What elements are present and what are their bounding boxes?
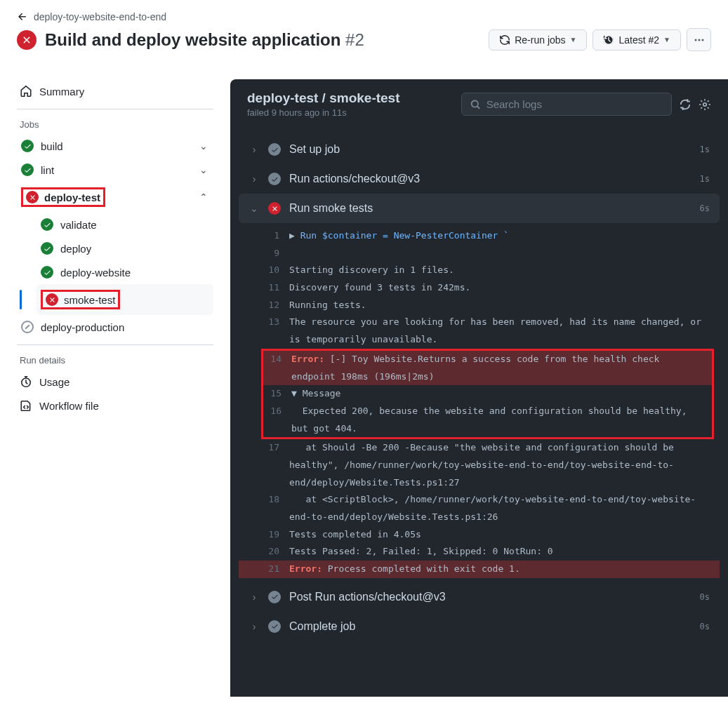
svg-point-1: [698, 39, 700, 41]
x-icon: [46, 293, 58, 306]
line-number: 11: [267, 279, 289, 297]
step-duration: 0s: [700, 592, 710, 602]
job-row-lint[interactable]: lint⌄: [17, 158, 213, 182]
log-line: 12Running tests.: [239, 297, 720, 314]
chevron-icon: ⌄: [249, 203, 260, 214]
line-number: 20: [267, 543, 289, 561]
log-line: 16 Expected 200, because the website and…: [263, 403, 712, 437]
kebab-menu-button[interactable]: [687, 28, 711, 51]
title-left: Build and deploy website application #2: [17, 29, 364, 51]
history-icon: [603, 34, 614, 46]
page-title: Build and deploy website application #2: [45, 29, 364, 51]
line-text: at <ScriptBlock>, /home/runner/work/toy-…: [289, 491, 710, 525]
latest-run-button[interactable]: Latest #2 ▼: [593, 29, 681, 51]
log-line: 1▶ Run $container = New-PesterContainer …: [239, 227, 720, 245]
log-line: 17 at Should -Be 200 -Because "the websi…: [239, 439, 720, 491]
line-number: 12: [267, 297, 289, 314]
chevron-icon: ›: [249, 591, 260, 603]
summary-label: Summary: [39, 86, 84, 98]
log-line: 14Error: [-] Toy Website.Returns a succe…: [263, 351, 712, 385]
log-job-title: deploy-test / smoke-test: [247, 91, 400, 106]
job-row-build[interactable]: build⌄: [17, 134, 213, 158]
chevron-icon: ›: [249, 621, 260, 632]
step-row[interactable]: ›Run actions/checkout@v31s: [239, 164, 720, 194]
line-number: 17: [267, 439, 289, 457]
step-row[interactable]: ⌄Run smoke tests6s: [239, 194, 720, 223]
title-row: Build and deploy website application #2 …: [17, 28, 711, 51]
line-text: Running tests.: [289, 297, 710, 314]
latest-run-label: Latest #2: [618, 34, 659, 46]
chevron-icon: ›: [249, 173, 260, 185]
log-line: 15▼ Message: [263, 385, 712, 403]
usage-label: Usage: [39, 376, 70, 388]
caret-down-icon: ▼: [663, 36, 670, 43]
line-number: 9: [267, 245, 289, 262]
divider: [17, 344, 213, 345]
chevron-down-icon[interactable]: ⌄: [198, 140, 209, 152]
job-label: deploy-website: [60, 267, 131, 279]
check-icon: [41, 242, 53, 255]
line-number: 10: [267, 262, 289, 279]
step-duration: 1s: [700, 145, 710, 154]
chevron-up-icon[interactable]: ⌃: [198, 192, 209, 203]
page-header: deploy-toy-website-end-to-end Build and …: [0, 0, 728, 57]
usage-link[interactable]: Usage: [17, 370, 213, 394]
check-icon: [268, 620, 281, 633]
line-text: ▼ Message: [291, 385, 702, 403]
line-text: Expected 200, because the website and co…: [291, 403, 702, 437]
job-row-deploy-production[interactable]: deploy-production: [17, 315, 213, 339]
line-text: Error: Process completed with exit code …: [289, 561, 710, 578]
log-job-subtitle: failed 9 hours ago in 11s: [247, 107, 400, 118]
line-number: 13: [267, 314, 289, 331]
check-icon: [268, 591, 281, 603]
job-row-smoke-test[interactable]: smoke-test: [37, 284, 213, 315]
job-row-deploy-website[interactable]: deploy-website: [37, 260, 213, 284]
log-lines: 1▶ Run $container = New-PesterContainer …: [239, 223, 720, 582]
job-row-deploy[interactable]: deploy: [37, 236, 213, 260]
line-number: 16: [269, 403, 291, 420]
summary-link[interactable]: Summary: [17, 79, 213, 103]
search-logs-box[interactable]: [461, 93, 672, 116]
breadcrumb-row: deploy-toy-website-end-to-end: [17, 11, 711, 22]
check-icon: [41, 218, 53, 231]
step-name: Run actions/checkout@v3: [289, 173, 420, 185]
log-line: 21Error: Process completed with exit cod…: [239, 561, 720, 578]
highlighted-error-block: 14Error: [-] Toy Website.Returns a succe…: [261, 349, 714, 439]
log-header: deploy-test / smoke-test failed 9 hours …: [230, 79, 728, 129]
job-label: lint: [41, 164, 54, 176]
line-number: 14: [269, 351, 291, 368]
skip-icon: [21, 321, 34, 333]
step-duration: 6s: [700, 203, 710, 213]
step-duration: 0s: [700, 622, 710, 631]
line-text: Starting discovery in 1 files.: [289, 262, 710, 279]
kebab-icon: [694, 34, 705, 46]
sync-icon: [499, 34, 510, 46]
line-number: 18: [267, 491, 289, 509]
log-line: 13The resource you are looking for has b…: [239, 314, 720, 348]
refresh-icon[interactable]: [679, 98, 691, 111]
job-row-validate[interactable]: validate: [37, 213, 213, 236]
check-icon: [268, 143, 281, 156]
step-row[interactable]: ›Post Run actions/checkout@v30s: [239, 582, 720, 612]
step-row[interactable]: ›Set up job1s: [239, 135, 720, 164]
line-text: Discovery found 3 tests in 242ms.: [289, 279, 710, 297]
log-line: 20Tests Passed: 2, Failed: 1, Skipped: 0…: [239, 543, 720, 561]
job-row-deploy-test[interactable]: deploy-test⌃: [17, 182, 213, 213]
svg-point-4: [703, 102, 707, 106]
line-number: 21: [267, 561, 289, 578]
run-details-label: Run details: [17, 351, 213, 370]
check-icon: [268, 173, 281, 185]
back-arrow-icon[interactable]: [17, 11, 28, 22]
workflow-file-link[interactable]: Workflow file: [17, 394, 213, 417]
step-row[interactable]: ›Complete job0s: [239, 612, 720, 641]
search-logs-input[interactable]: [487, 98, 663, 110]
line-text: The resource you are looking for has bee…: [289, 314, 710, 348]
breadcrumb[interactable]: deploy-toy-website-end-to-end: [34, 11, 166, 22]
log-line: 18 at <ScriptBlock>, /home/runner/work/t…: [239, 491, 720, 525]
gear-icon[interactable]: [699, 98, 711, 111]
job-label: deploy: [60, 243, 91, 255]
check-icon: [21, 140, 34, 152]
rerun-jobs-button[interactable]: Re-run jobs ▼: [489, 29, 587, 51]
chevron-down-icon[interactable]: ⌄: [198, 164, 209, 175]
log-panel: deploy-test / smoke-test failed 9 hours …: [230, 79, 728, 697]
